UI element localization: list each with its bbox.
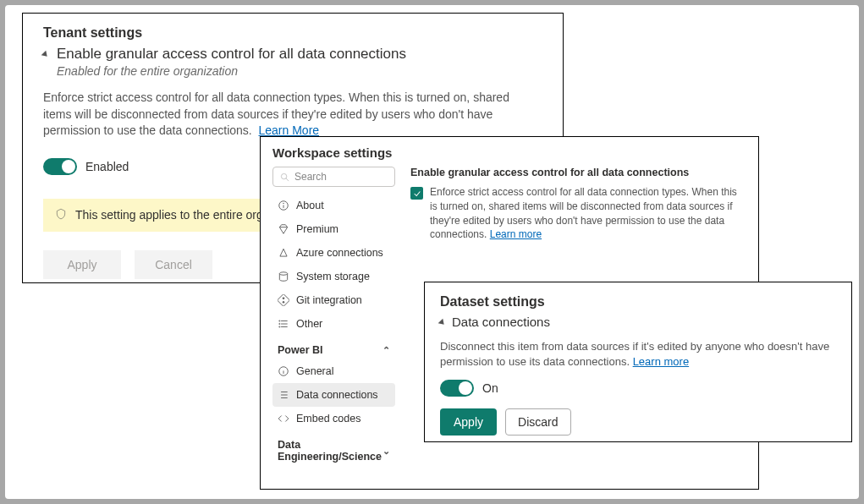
dataset-description: Disconnect this item from data sources i… [440,339,836,370]
tenant-cancel-button[interactable]: Cancel [135,250,212,279]
svg-point-7 [283,298,284,299]
storage-icon [278,271,289,282]
dataset-toggle-label: On [482,381,498,395]
sidebar-item-storage[interactable]: System storage [272,265,395,288]
dataset-title: Dataset settings [440,294,836,310]
chevron-down-icon: ⌄ [382,446,390,457]
search-icon [280,173,289,182]
dataset-discard-button[interactable]: Discard [505,408,570,436]
dataset-subtitle: Data connections [452,315,550,329]
svg-point-14 [279,326,280,327]
list-icon [278,389,289,401]
workspace-heading: Enable granular access control for all d… [410,167,746,178]
svg-point-4 [283,203,284,204]
git-icon [278,294,289,306]
info-icon [278,365,289,377]
workspace-learn-more-link[interactable]: Learn more [490,228,542,240]
workspace-sidebar: Search About Premium Azure connections S… [272,167,395,466]
diamond-icon [278,223,289,235]
list-icon [278,318,289,330]
sidebar-group-data-engineering[interactable]: Data Engineering/Science ⌄ [272,430,395,466]
svg-point-8 [283,301,284,303]
tenant-enabled-toggle[interactable] [43,158,77,175]
sidebar-item-about[interactable]: About [272,194,395,217]
dataset-on-toggle[interactable] [440,380,474,397]
svg-point-13 [279,323,280,324]
dataset-settings-panel: Dataset settings Data connections Discon… [424,282,852,442]
svg-point-12 [279,320,280,321]
sidebar-item-git[interactable]: Git integration [272,288,395,312]
collapse-caret-icon[interactable] [41,51,50,59]
workspace-title: Workspace settings [272,145,746,160]
info-icon [278,200,289,211]
svg-point-0 [281,173,286,178]
tenant-apply-button[interactable]: Apply [43,250,121,279]
check-icon [413,189,421,198]
sidebar-item-azure[interactable]: Azure connections [272,241,395,265]
workspace-enable-checkbox[interactable] [410,187,423,200]
collapse-caret-icon[interactable] [438,319,447,327]
svg-rect-6 [278,294,289,306]
svg-point-5 [279,272,287,276]
shield-icon [55,207,67,223]
workspace-description: Enforce strict access control for all da… [430,185,746,242]
dataset-learn-more-link[interactable]: Learn more [633,355,689,368]
sidebar-item-general[interactable]: General [272,359,395,383]
tenant-setting-name: Enable granular access control for all d… [57,46,406,63]
sidebar-item-other[interactable]: Other [272,312,395,336]
sidebar-group-powerbi[interactable]: Power BI ⌃ [272,336,395,359]
svg-line-1 [286,178,289,180]
tenant-status-text: Enabled for the entire organization [57,64,542,78]
tenant-toggle-label: Enabled [85,160,129,173]
tenant-title: Tenant settings [43,25,542,41]
code-icon [278,413,289,425]
sidebar-item-embed-codes[interactable]: Embed codes [272,407,395,430]
search-placeholder: Search [294,171,327,183]
sidebar-item-premium[interactable]: Premium [272,217,395,241]
azure-icon [278,247,289,259]
tenant-description: Enforce strict access control for all da… [43,90,534,140]
dataset-apply-button[interactable]: Apply [440,408,497,436]
sidebar-item-data-connections[interactable]: Data connections [272,383,395,407]
tenant-learn-more-link[interactable]: Learn More [258,123,319,137]
chevron-up-icon: ⌃ [382,345,390,356]
workspace-search-input[interactable]: Search [272,167,395,187]
